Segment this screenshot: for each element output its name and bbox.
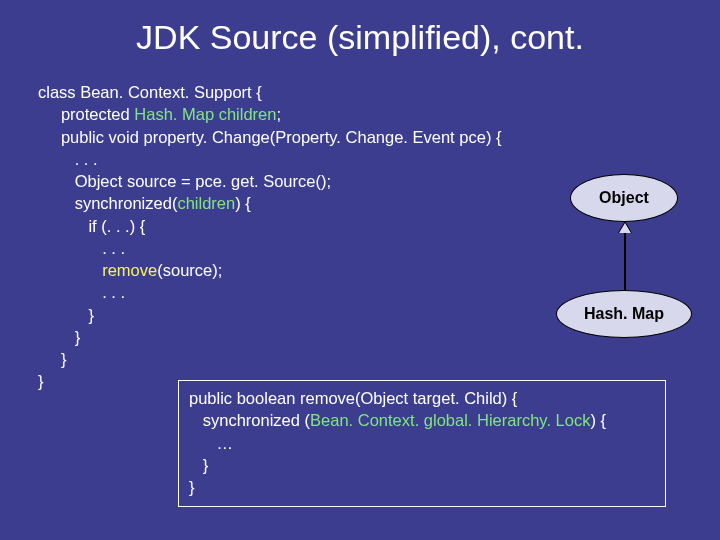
code-line: if (. . .) {	[38, 217, 145, 235]
slide-title: JDK Source (simplified), cont.	[0, 0, 720, 81]
inheritance-arrow	[624, 222, 626, 290]
code-text: ) {	[235, 194, 251, 212]
code-line: . . .	[38, 239, 125, 257]
code-line: synchronized (	[189, 411, 310, 429]
code-line: }	[38, 306, 94, 324]
code-line: }	[189, 456, 208, 474]
code-line: }	[38, 350, 66, 368]
code-line: Object source = pce. get. Source();	[38, 172, 331, 190]
code-text: ;	[276, 105, 281, 123]
code-line: synchronized(	[38, 194, 177, 212]
code-text: (source);	[157, 261, 222, 279]
highlight-green: Hash. Map children	[134, 105, 276, 123]
code-line: . . .	[38, 150, 98, 168]
class-bubble-object: Object	[570, 174, 678, 222]
code-line: public boolean remove(Object target. Chi…	[189, 389, 517, 407]
code-line: protected	[38, 105, 134, 123]
code-line: }	[38, 372, 44, 390]
code-line: }	[189, 478, 195, 496]
highlight-green: Bean. Context. global. Hierarchy. Lock	[310, 411, 590, 429]
code-line: . . .	[38, 283, 125, 301]
class-bubble-hashmap: Hash. Map	[556, 290, 692, 338]
code-line: }	[38, 328, 80, 346]
highlight-yellow: remove	[102, 261, 157, 279]
inset-code-box: public boolean remove(Object target. Chi…	[178, 380, 666, 507]
code-line	[38, 261, 102, 279]
highlight-green: children	[177, 194, 235, 212]
main-code-block: class Bean. Context. Support { protected…	[0, 81, 720, 393]
code-line: …	[189, 434, 233, 452]
code-text: ) {	[590, 411, 606, 429]
code-line: class Bean. Context. Support {	[38, 83, 262, 101]
code-line: public void property. Change(Property. C…	[38, 128, 501, 146]
